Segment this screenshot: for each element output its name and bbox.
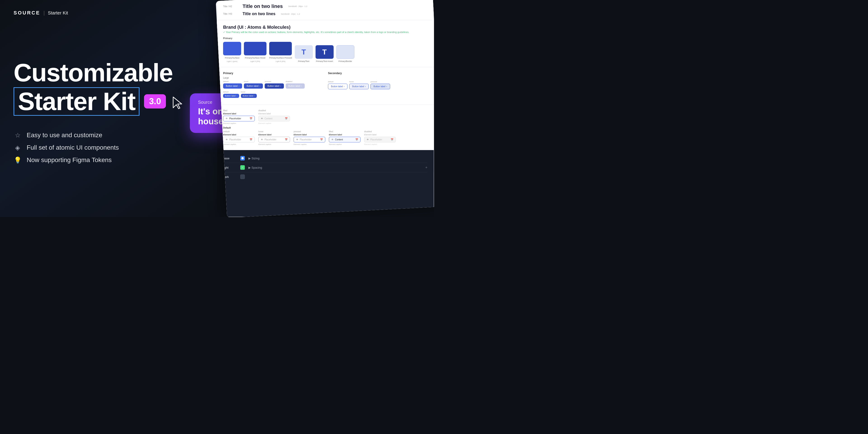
caption-hover: Element caption (258, 143, 290, 145)
primary-small-default-button[interactable]: Button label › (223, 94, 239, 98)
features-list: ☆ Easy to use and customize ◈ Full set o… (13, 131, 204, 164)
swatch-primary-text: T Primary/Text (294, 45, 313, 62)
swatch-sub-hover: Light 5 (5%) (250, 60, 260, 62)
btn-small-hover-label: Button label (243, 95, 253, 97)
secondary-default-button[interactable]: Button label › (328, 84, 347, 89)
calendar-icon-disabled-bottom: 📅 (391, 138, 393, 141)
def-element-label: Element label (223, 133, 255, 136)
feature-text-2: Full set of atomic UI components (27, 144, 119, 151)
btn-small-arrow: › (237, 95, 237, 97)
pressed-state-label: pressed (265, 81, 271, 83)
def-state-label: Default (223, 130, 255, 133)
buttons-section: Primary Large default Button label › (217, 67, 434, 105)
hover-input-label: hover (258, 130, 290, 133)
btn-arrow: › (239, 85, 239, 87)
sec-btn-pressed-arrow: › (386, 85, 387, 88)
swatch-label-text-invert: Primary/Text-Invert (316, 60, 333, 62)
sec-btn-state-hover: hover Button label › (349, 81, 369, 89)
bulb-icon: 💡 (13, 156, 22, 164)
btn-arrow-hover: › (259, 85, 260, 87)
caption-filled: Element caption (223, 122, 255, 124)
swatch-primary-hover: Primary/Surface-Hover Light 5 (5%) (244, 42, 267, 62)
input-group-filled: filled Element label 👁 Placeholder 📅 Ele… (223, 110, 255, 124)
btn-arrow-disabled: › (301, 85, 302, 87)
hover-element-label: Element label (258, 133, 290, 136)
calendar-icon-disabled: 📅 (285, 117, 287, 120)
input-group-disabled: disabled Element label 👁 Content 📅 Eleme… (258, 110, 290, 124)
primary-disabled-button: Button label › (285, 84, 305, 89)
token-row-base: base ▶ Sizing (223, 154, 428, 163)
swatch-label-pressed: Primary/Surface-Pressed (269, 57, 292, 59)
swatch-box-text: T (294, 45, 313, 59)
large-size-label: Large (223, 76, 322, 79)
btn-state-disabled: disabled Button label › (285, 81, 305, 89)
btn-state-small-hover: hover Button label › (241, 91, 257, 98)
sec-btn-hover-label: Button label (352, 85, 364, 88)
swatch-label-text: Primary/Text (298, 60, 309, 62)
input-pressed[interactable]: 👁 Placeholder 📅 (293, 137, 325, 143)
token-light-toggle[interactable]: ✓ (240, 165, 245, 170)
swatch-sub-pressed: Light 8 (8%) (276, 60, 285, 62)
swatch-text-invert-t: T (322, 48, 327, 56)
sec-btn-hover-arrow: › (365, 85, 366, 88)
input-filled[interactable]: 👁 Placeholder 📅 (223, 116, 255, 121)
typography-section: Title / H2 Title on two lines Semibold ·… (217, 0, 434, 20)
hero-title-box-wrapper: Starter Kit (13, 87, 140, 116)
token-base-name: base (223, 156, 237, 160)
feature-text-3: Now supporting Figma Tokens (27, 156, 112, 164)
element-label-disabled: Element label (258, 113, 290, 115)
inputs-section: filled Element label 👁 Placeholder 📅 Ele… (217, 105, 434, 150)
input-disabled-bottom-group: disabled Element label 👁 Placeholder 📅 E… (364, 130, 396, 145)
svg-marker-0 (173, 97, 182, 109)
btn-small-label: Button label (225, 95, 236, 97)
filled-default-label: filled (329, 130, 361, 133)
brand-section-subtitle: ✓ Your Primary will be the color used on… (223, 31, 428, 34)
diamond-icon: ◈ (13, 144, 22, 151)
eye-icon-default: 👁 (225, 138, 228, 141)
disabled-state-label: disabled (285, 81, 292, 83)
calendar-icon-filled-default: 📅 (355, 138, 358, 141)
typo-meta-h3: Semibold · 22px · 1.2 (281, 13, 300, 15)
primary-default-button[interactable]: Button label › (223, 84, 242, 89)
input-default[interactable]: 👁 Placeholder 📅 (223, 137, 255, 143)
token-base-toggle[interactable] (240, 156, 245, 160)
token-light-name: light (223, 166, 237, 169)
primary-pressed-button[interactable]: Button label › (265, 84, 284, 89)
cursor-icon (171, 96, 183, 110)
secondary-hover-button[interactable]: Button label › (349, 84, 369, 89)
swatch-primary-text-invert: T Primary/Text-Invert (315, 45, 333, 62)
primary-small-hover-button[interactable]: Button label › (241, 94, 257, 98)
btn-state-default: default Button label › (223, 81, 242, 89)
color-swatches: Primary/Surface Light 1 (pxm) Primary/Su… (223, 42, 428, 62)
star-icon: ☆ (13, 131, 22, 139)
primary-hover-button[interactable]: Button label › (244, 84, 263, 89)
calendar-icon-filled: 📅 (250, 117, 252, 120)
input-hover[interactable]: 👁 Placeholder 📅 (258, 137, 290, 143)
input-placeholder-pressed: Placeholder (300, 138, 319, 141)
typo-title-h2: Title on two lines (243, 3, 283, 9)
input-content-filled-default: Content (335, 138, 354, 141)
default-state-label: default (223, 81, 228, 83)
token-dark-toggle[interactable] (240, 175, 245, 179)
input-filled-default[interactable]: 👁 Content 📅 (329, 137, 361, 143)
btn-label-pressed: Button label (268, 85, 279, 87)
token-base-category: ▶ Sizing (248, 156, 259, 160)
primary-large-states: default Button label › hover Button labe… (223, 81, 322, 89)
brand-header: SOURCE | Starter Kit (13, 10, 68, 16)
sec-btn-state-pressed: pressed Button label › (370, 81, 390, 89)
caption-disabled: Element caption (258, 122, 290, 124)
input-placeholder-default: Placeholder (229, 138, 248, 141)
token-light-plus[interactable]: + (426, 165, 428, 169)
typo-meta-h2: Semibold · 28px · 1.2 (288, 5, 307, 7)
version-badge: 3.0 (144, 94, 166, 108)
swatch-text-t: T (302, 48, 306, 56)
sec-btn-pressed-label: Button label (373, 85, 385, 88)
sec-btn-state-default: default Button label › (328, 81, 347, 89)
sec-btn-arrow: › (344, 85, 344, 88)
caption-filled-default: Element caption (329, 143, 361, 145)
caption-default: Element caption (223, 143, 255, 145)
input-content-disabled: Content (265, 117, 283, 120)
disabled-bottom-label: disabled (364, 130, 396, 133)
cursor-area (171, 96, 183, 111)
secondary-pressed-button[interactable]: Button label › (370, 84, 390, 89)
